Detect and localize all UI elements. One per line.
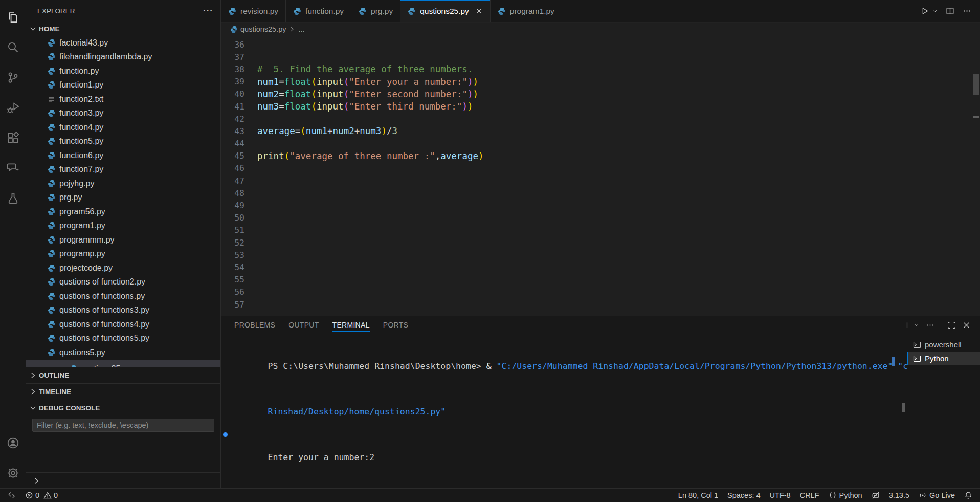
close-icon[interactable] (475, 7, 483, 15)
activity-item-testing[interactable] (0, 183, 26, 213)
status-bar-left: 0 0 (3, 489, 64, 502)
file-item[interactable]: factorial43.py (26, 36, 220, 50)
tab-prg-py[interactable]: prg.py (351, 0, 400, 22)
status-problems[interactable]: 0 0 (20, 489, 64, 502)
file-item[interactable]: programmm.py (26, 233, 220, 247)
file-item[interactable]: filehandlingandlambda.py (26, 50, 220, 64)
activity-item-settings[interactable] (0, 458, 26, 488)
status-cursor-position[interactable]: Ln 80, Col 1 (674, 489, 723, 502)
file-item[interactable]: qustions of functions4.py (26, 317, 220, 332)
breadcrumb-more[interactable]: ... (298, 25, 304, 33)
vscode-window: EXPLORER ··· HOME factorial43.py filehan… (0, 0, 980, 502)
status-bar: 0 0 Ln 80, Col 1 Spaces: 4 UTF-8 CRLF Py… (0, 488, 980, 502)
terminal-instance-python[interactable]: Python (907, 352, 980, 365)
file-item[interactable]: qustions of function2.py (26, 275, 220, 290)
python-icon (48, 109, 56, 117)
python-icon (408, 7, 416, 15)
debug-console-filter-input[interactable] (32, 419, 214, 432)
file-item-selected-partial[interactable]: qustions25.py (26, 360, 220, 367)
file-item[interactable]: function3.py (26, 106, 220, 121)
file-item[interactable]: programp.py (26, 247, 220, 261)
tab-revision-py[interactable]: revision.py (221, 0, 286, 22)
status-go-live[interactable]: Go Live (914, 489, 960, 502)
activity-item-search[interactable] (0, 32, 26, 62)
chat-icon (6, 161, 20, 175)
panel-tab-ports[interactable]: PORTS (378, 316, 413, 334)
activity-item-source-control[interactable] (0, 62, 26, 93)
breadcrumb[interactable]: qustions25.py ... (221, 23, 980, 36)
python-icon (293, 7, 301, 15)
file-item[interactable]: function6.py (26, 148, 220, 163)
panel-tab-problems[interactable]: PROBLEMS (229, 316, 280, 334)
warning-count: 0 (54, 491, 58, 499)
more-button[interactable] (926, 321, 934, 330)
file-item[interactable]: function7.py (26, 163, 220, 177)
tab-program1-py[interactable]: program1.py (491, 0, 562, 22)
split-editor-button[interactable] (945, 6, 955, 16)
editor-scrollbar-thumb[interactable] (973, 74, 979, 95)
file-item[interactable]: function4.py (26, 120, 220, 135)
file-name: qustions5.py (59, 348, 105, 357)
explorer-more-actions-icon[interactable]: ··· (203, 6, 213, 16)
file-item[interactable]: projectcode.py (26, 261, 220, 275)
file-item[interactable]: function.py (26, 64, 220, 78)
section-header-home[interactable]: HOME (26, 21, 220, 36)
file-item[interactable]: prgram56.py (26, 205, 220, 219)
file-name: function5.py (59, 137, 103, 146)
status-eol[interactable]: CRLF (795, 489, 824, 502)
file-item[interactable]: qustions5.py (26, 345, 220, 360)
section-header-timeline[interactable]: TIMELINE (26, 383, 220, 400)
debug-console-repl-row[interactable] (26, 472, 220, 488)
file-item[interactable]: prg.py (26, 191, 220, 205)
maximize-panel-button[interactable] (947, 321, 956, 330)
terminal-instance-powershell[interactable]: powershell (907, 338, 980, 352)
file-item[interactable]: qustions of functions5.py (26, 332, 220, 346)
code-editor[interactable]: 36 37 38 # 5. Find the average of three … (221, 36, 980, 316)
file-item[interactable]: program1.py (26, 219, 220, 233)
python-icon (48, 151, 56, 160)
status-notifications[interactable] (960, 489, 977, 502)
file-item[interactable]: function2.txt (26, 92, 220, 106)
code-line: 40 num2=float(input("Enter second number… (221, 88, 980, 100)
file-item[interactable]: qustions of functions.py (26, 289, 220, 303)
section-header-outline[interactable]: OUTLINE (26, 367, 220, 383)
terminal-viewport[interactable]: PS C:\Users\Muhammed Rinshad\Desktop\hom… (221, 334, 907, 488)
line-number: 53 (221, 250, 244, 260)
file-item[interactable]: pojyhg.py (26, 177, 220, 191)
activity-item-explorer[interactable] (0, 2, 26, 32)
activity-bar (0, 0, 26, 488)
editor-scrollbar[interactable] (973, 36, 980, 316)
file-item[interactable]: function1.py (26, 78, 220, 93)
file-item[interactable]: qustions of functions3.py (26, 303, 220, 318)
activity-item-accounts[interactable] (0, 428, 26, 458)
file-item[interactable]: function5.py (26, 135, 220, 149)
section-header-debug-console[interactable]: DEBUG CONSOLE (26, 400, 220, 416)
code-text: num3=float(input("Enter third number:")) (244, 101, 473, 112)
file-name: function1.py (59, 80, 103, 90)
status-indentation[interactable]: Spaces: 4 (723, 489, 765, 502)
status-remote[interactable] (3, 489, 20, 502)
terminal-scrollbar-thumb[interactable] (902, 403, 905, 412)
command-decoration-filled[interactable] (223, 432, 228, 437)
status-python-version[interactable]: 3.13.5 (884, 489, 914, 502)
activity-item-chat[interactable] (0, 153, 26, 183)
activity-item-extensions[interactable] (0, 123, 26, 153)
activity-item-run-and-debug[interactable] (0, 93, 26, 123)
panel-tab-output[interactable]: OUTPUT (283, 316, 324, 334)
launch-profile-button[interactable] (914, 322, 920, 328)
tab-function-py[interactable]: function.py (286, 0, 351, 22)
more-actions-button[interactable] (962, 6, 972, 16)
code-line: 44 (221, 138, 980, 150)
tab-qustions25-py[interactable]: qustions25.py (400, 0, 491, 22)
status-copilot[interactable] (867, 489, 884, 502)
new-terminal-button[interactable] (903, 321, 911, 330)
status-language[interactable]: Python (824, 489, 867, 502)
panel-tab-terminal[interactable]: TERMINAL (327, 316, 375, 334)
run-button[interactable] (920, 6, 929, 16)
close-panel-button[interactable] (962, 321, 971, 330)
breadcrumb-file[interactable]: qustions25.py (240, 25, 286, 33)
run-dropdown-button[interactable] (931, 8, 938, 14)
code-text: num2=float(input("Enter second number:")… (244, 89, 478, 99)
file-name: qustions of functions4.py (59, 320, 149, 329)
status-encoding[interactable]: UTF-8 (765, 489, 795, 502)
